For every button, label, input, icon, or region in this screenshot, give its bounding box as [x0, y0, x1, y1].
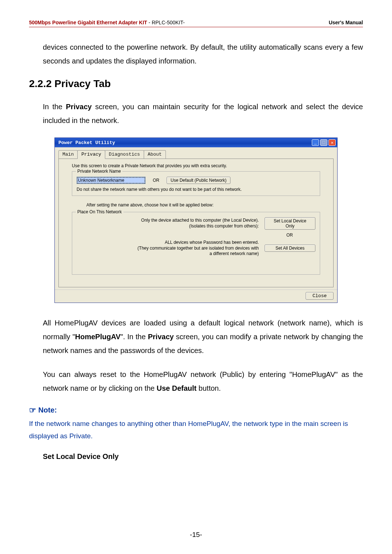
- group-title-network-name: Private Network Name: [76, 169, 122, 174]
- bold-privacy: Privacy: [66, 103, 92, 111]
- section-heading: 2.2.2 Privacy Tab: [29, 78, 363, 90]
- close-icon: ✕: [331, 140, 333, 145]
- tab-privacy[interactable]: Privacy: [77, 150, 105, 159]
- note-text: If the network name changes to anything …: [29, 418, 363, 442]
- note-heading: ☞ Note:: [29, 405, 363, 415]
- text-line: (Isolates this computer from others):: [77, 223, 259, 229]
- text-seg: ". In the: [121, 333, 148, 341]
- minimize-icon: _: [314, 140, 317, 145]
- text-seg: In the: [43, 103, 66, 111]
- page-header: 500Mbps Powerline Gigabit Ethernet Adapt…: [29, 20, 363, 27]
- group-title-place: Place On This Network: [76, 209, 123, 214]
- window-bottom-bar: Close: [55, 290, 337, 303]
- bold-privacy-2: Privacy: [148, 333, 173, 341]
- set-all-devices-button[interactable]: Set All Devices: [265, 245, 315, 252]
- product-title: 500Mbps Powerline Gigabit Ethernet Adapt…: [29, 20, 147, 25]
- text-line: ALL devices whose Password has been ente…: [77, 240, 259, 246]
- network-name-row: OR Use Default (Public Network): [77, 177, 315, 184]
- sub-heading-set-local: Set Local Device Only: [43, 452, 363, 461]
- all-devices-row: ALL devices whose Password has been ente…: [77, 240, 315, 257]
- after-paragraph-1: All HomePlugAV devices are loaded using …: [43, 316, 363, 357]
- local-device-desc: Only the device attached to this compute…: [77, 218, 259, 229]
- hand-point-right-icon: ☞: [29, 406, 36, 415]
- intro-paragraph: devices connected to the powerline netwo…: [43, 40, 363, 68]
- set-local-device-button[interactable]: Set Local Device Only: [265, 217, 315, 230]
- text-line: a different network name): [77, 251, 259, 257]
- note-label: Note:: [38, 406, 57, 414]
- privacy-panel: Use this screen to create a Private Netw…: [58, 159, 334, 287]
- page-number: -15-: [0, 531, 392, 539]
- close-button[interactable]: Close: [306, 292, 334, 300]
- privacy-intro-paragraph: In the Privacy screen, you can maintain …: [43, 100, 363, 127]
- network-name-input[interactable]: [77, 177, 146, 184]
- bold-homeplugav: HomePlugAV: [75, 333, 121, 341]
- or-label-2: OR: [77, 233, 315, 238]
- maximize-icon: □: [322, 140, 325, 145]
- tab-about[interactable]: About: [144, 150, 166, 159]
- titlebar: Power Packet Utility _ □ ✕: [55, 138, 337, 147]
- or-label: OR: [153, 178, 159, 183]
- close-window-button[interactable]: ✕: [328, 139, 336, 146]
- window-title: Power Packet Utility: [58, 140, 115, 145]
- text-line: (They communicate together but are isola…: [77, 246, 259, 251]
- header-right: User's Manual: [329, 20, 363, 25]
- tabs-row: Main Privacy Diagnostics About: [55, 147, 337, 159]
- tab-main[interactable]: Main: [58, 150, 78, 159]
- use-default-button[interactable]: Use Default (Public Network): [167, 177, 230, 184]
- all-devices-desc: ALL devices whose Password has been ente…: [77, 240, 259, 257]
- minimize-button[interactable]: _: [312, 139, 319, 146]
- group-private-network-name: Private Network Name OR Use Default (Pub…: [72, 171, 320, 196]
- after-paragraph-2: You can always reset to the HomePlugAV n…: [43, 368, 363, 395]
- panel-intro: Use this screen to create a Private Netw…: [72, 163, 327, 168]
- header-sep: -: [148, 20, 152, 25]
- maximize-button[interactable]: □: [320, 139, 327, 146]
- local-device-row: Only the device attached to this compute…: [77, 217, 315, 230]
- header-left: 500Mbps Powerline Gigabit Ethernet Adapt…: [29, 20, 185, 25]
- tab-diagnostics[interactable]: Diagnostics: [105, 150, 144, 159]
- window-controls: _ □ ✕: [312, 139, 336, 146]
- network-name-warning: Do not share the network name with other…: [77, 187, 315, 192]
- text-seg: button.: [197, 384, 221, 392]
- product-model: RPLC-500KIT-: [152, 20, 185, 25]
- apply-instruction: After setting the name above, choose how…: [86, 202, 327, 208]
- text-line: Only the device attached to this compute…: [77, 218, 259, 223]
- app-window: Power Packet Utility _ □ ✕ Main Privacy …: [54, 138, 338, 303]
- bold-use-default: Use Default: [157, 384, 197, 392]
- group-place-on-network: Place On This Network Only the device at…: [72, 212, 320, 275]
